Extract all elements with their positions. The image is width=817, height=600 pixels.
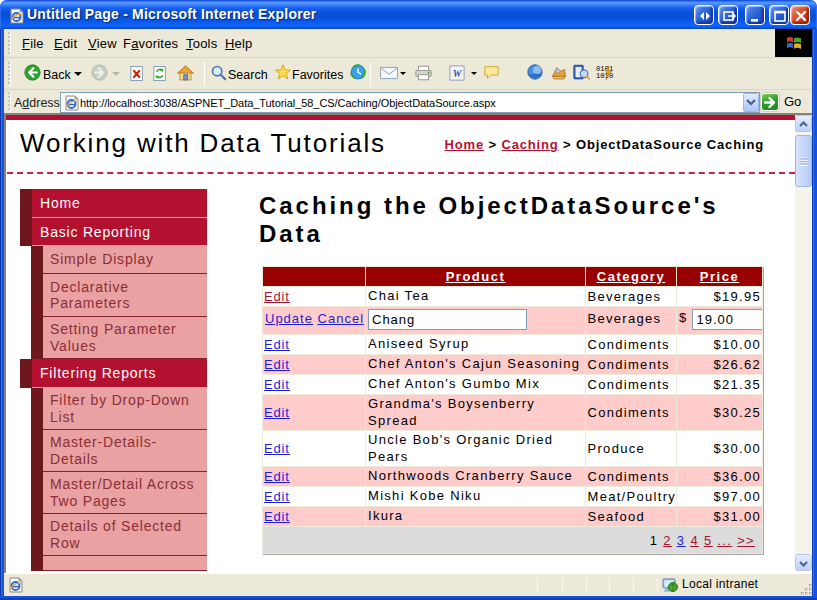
svg-text:W: W xyxy=(453,68,463,79)
svg-text:1010: 1010 xyxy=(596,72,613,80)
